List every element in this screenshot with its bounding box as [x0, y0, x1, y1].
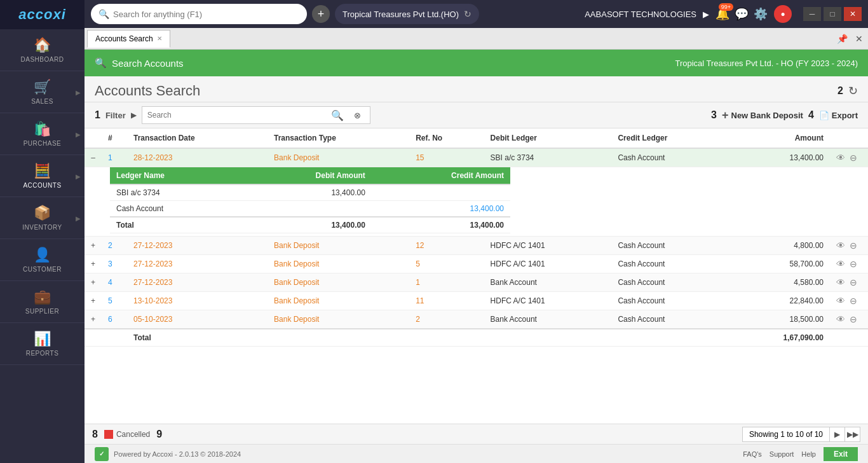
col-debit: Debit Ledger: [484, 128, 612, 148]
view-icon[interactable]: 👁: [836, 240, 845, 251]
sidebar-item-customer[interactable]: 👤 CUSTOMER: [0, 239, 85, 281]
chat-icon[interactable]: 💬: [735, 7, 749, 21]
row-amount: 22,840.00: [729, 292, 830, 310]
row-actions: 👁 ⊖: [830, 310, 868, 329]
close-all-tabs-button[interactable]: ✕: [853, 34, 865, 44]
pagination-next-button[interactable]: ▶: [830, 427, 845, 442]
menu-icon[interactable]: ⊖: [850, 314, 857, 324]
new-bank-deposit-button[interactable]: + New Bank Deposit: [722, 109, 803, 122]
menu-icon[interactable]: ⊖: [850, 259, 857, 269]
pin-tab-button[interactable]: 📌: [834, 34, 850, 44]
sidebar-label-sales: SALES: [31, 98, 53, 105]
row-credit: Cash Account: [611, 292, 729, 310]
tab-accounts-search[interactable]: Accounts Search ✕: [87, 30, 170, 48]
row-type: Bank Deposit: [268, 310, 409, 329]
notification-badge: 99+: [719, 3, 733, 11]
refresh-company-icon[interactable]: ↻: [464, 9, 471, 19]
content: 🔍 Search Accounts Tropical Treasures Pvt…: [85, 50, 868, 463]
transactions-table: # Transaction Date Transaction Type Ref.…: [85, 128, 868, 347]
exit-button[interactable]: Exit: [824, 447, 858, 461]
col-credit: Credit Ledger: [611, 128, 729, 148]
sub-total-credit: 13,400.00: [372, 217, 510, 233]
user-avatar[interactable]: ●: [774, 5, 792, 23]
view-icon[interactable]: 👁: [836, 153, 845, 163]
filter-arrow-icon[interactable]: ▶: [131, 111, 137, 120]
view-icon[interactable]: 👁: [836, 277, 845, 287]
pagination-last-button[interactable]: ▶▶: [845, 427, 860, 442]
search-input[interactable]: [147, 111, 325, 120]
row-type: Bank Deposit: [268, 273, 409, 292]
cancelled-color-box: [104, 430, 113, 439]
expand-button[interactable]: +: [85, 292, 102, 310]
sub-ledger: SBI a/c 3734: [110, 184, 240, 201]
sidebar-item-dashboard[interactable]: 🏠 DASHBOARD: [0, 29, 85, 71]
clear-filter-button[interactable]: ⊗: [350, 109, 365, 121]
support-link[interactable]: Support: [770, 450, 794, 458]
menu-icon[interactable]: ⊖: [850, 296, 857, 306]
company-name: Tropical Treasures Pvt Ltd.(HO): [342, 10, 459, 19]
row-id: 3: [102, 255, 127, 273]
maximize-button[interactable]: □: [824, 7, 841, 21]
view-icon[interactable]: 👁: [836, 259, 845, 269]
export-button[interactable]: 📄 Export: [819, 111, 858, 120]
company-user-label: AABASOFT TECHNOLOGIES: [585, 10, 696, 19]
search-wrap[interactable]: 🔍 ⊗: [142, 106, 370, 124]
faqs-link[interactable]: FAQ's: [743, 450, 762, 458]
close-tab-icon[interactable]: ✕: [157, 35, 162, 42]
expand-button[interactable]: +: [85, 255, 102, 273]
row-id: 6: [102, 310, 127, 329]
menu-icon[interactable]: ⊖: [850, 240, 857, 251]
row-number-link[interactable]: 1: [108, 153, 112, 162]
refresh-button[interactable]: ↻: [848, 84, 858, 98]
expand-button[interactable]: +: [85, 273, 102, 292]
row-ref: 12: [409, 237, 484, 255]
table-row: + 5 13-10-2023 Bank Deposit 11 HDFC A/C …: [85, 292, 868, 310]
export-label: Export: [832, 111, 858, 120]
export-icon: 📄: [819, 111, 829, 120]
expand-button[interactable]: +: [85, 237, 102, 255]
row-id: 5: [102, 292, 127, 310]
total-label: Total: [127, 329, 611, 347]
help-link[interactable]: Help: [801, 450, 816, 458]
settings-icon[interactable]: ⚙️: [754, 7, 768, 21]
expand-button[interactable]: +: [85, 310, 102, 329]
view-icon[interactable]: 👁: [836, 296, 845, 306]
sub-col-credit: Credit Amount: [372, 167, 510, 184]
sidebar-item-accounts[interactable]: 🧮 ACCOUNTS ▶: [0, 155, 85, 197]
sub-ledger: Cash Account: [110, 201, 240, 218]
close-button[interactable]: ✕: [844, 7, 862, 21]
row-actions: 👁 ⊖: [830, 237, 868, 255]
search-button[interactable]: 🔍: [327, 108, 348, 123]
sidebar-item-reports[interactable]: 📊 REPORTS: [0, 323, 85, 365]
sidebar-icon-inventory: 📦: [34, 205, 51, 221]
sidebar-item-supplier[interactable]: 💼 SUPPLIER: [0, 281, 85, 323]
row-debit: HDFC A/C 1401: [484, 237, 612, 255]
view-icon[interactable]: 👁: [836, 314, 845, 324]
cancelled-indicator: Cancelled: [104, 430, 150, 439]
row-debit: SBI a/c 3734: [484, 148, 612, 167]
company-selector[interactable]: Tropical Treasures Pvt Ltd.(HO) ↻: [335, 4, 479, 24]
row-actions: 👁 ⊖: [830, 292, 868, 310]
row-date: 27-12-2023: [127, 237, 268, 255]
sidebar-item-sales[interactable]: 🛒 SALES ▶: [0, 71, 85, 113]
row-date: 28-12-2023: [127, 148, 268, 167]
notification-icon[interactable]: 🔔 99+: [715, 7, 729, 21]
footer-logo: ✓: [95, 447, 109, 461]
chevron-right-icon: ▶: [703, 10, 709, 19]
row-amount: 58,700.00: [729, 255, 830, 273]
global-search-input[interactable]: [113, 10, 299, 19]
minimize-button[interactable]: ─: [803, 7, 821, 21]
label-9: 9: [156, 429, 162, 440]
sub-table-data-row: SBI a/c 3734 13,400.00: [110, 184, 510, 201]
sidebar-item-inventory[interactable]: 📦 INVENTORY ▶: [0, 197, 85, 239]
expand-button[interactable]: –: [85, 148, 102, 167]
menu-icon[interactable]: ⊖: [850, 153, 857, 163]
global-search-box[interactable]: 🔍: [91, 4, 307, 24]
menu-icon[interactable]: ⊖: [850, 277, 857, 287]
row-id: 1: [102, 148, 127, 167]
bottom-bar: 8 Cancelled 9 Showing 1 to 10 of 10 ▶ ▶▶: [85, 424, 868, 444]
sidebar-item-purchase[interactable]: 🛍️ PURCHASE ▶: [0, 113, 85, 155]
sidebar-label-accounts: ACCOUNTS: [23, 182, 61, 189]
app-logo: accoxi: [0, 0, 85, 29]
add-button[interactable]: +: [312, 5, 330, 23]
